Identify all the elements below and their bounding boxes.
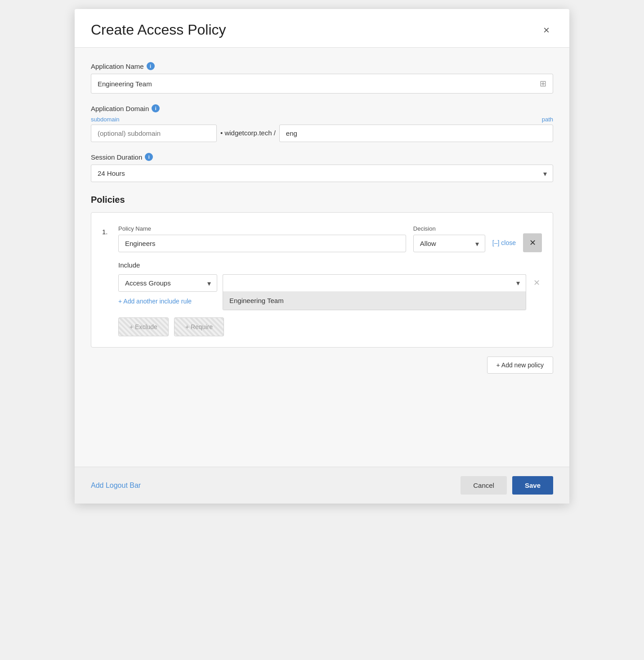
policy-name-input[interactable] xyxy=(118,235,406,252)
rule-type-select-wrapper: Access Groups Emails IP Ranges Everyone … xyxy=(118,274,217,292)
add-policy-button[interactable]: + Add new policy xyxy=(487,357,553,374)
session-duration-select-wrapper: 24 Hours 1 Hour 4 Hours 12 Hours 1 Week … xyxy=(91,165,553,182)
modal-footer: Add Logout Bar Cancel Save xyxy=(75,467,569,504)
path-col: path xyxy=(279,116,553,142)
policy-number: 1. xyxy=(102,223,111,236)
policy-fields: Policy Name Decision Allow Deny Bypass xyxy=(118,223,542,336)
policy-name-group: Policy Name xyxy=(118,225,406,252)
policies-section: Policies 1. Policy Name Decision xyxy=(91,195,553,374)
decision-select-wrapper: Allow Deny Bypass ▾ xyxy=(413,235,485,252)
session-duration-section: Session Duration i 24 Hours 1 Hour 4 Hou… xyxy=(91,153,553,182)
policy-delete-button[interactable]: ✕ xyxy=(523,233,542,252)
modal-body: Application Name i ⊞ Application Domain … xyxy=(75,48,569,467)
app-name-info-icon: i xyxy=(147,62,155,70)
add-include-rule-link[interactable]: + Add another include rule xyxy=(118,298,192,305)
require-button[interactable]: + Require xyxy=(174,317,224,336)
app-domain-label: Application Domain i xyxy=(91,104,553,112)
policy-card: 1. Policy Name Decision xyxy=(91,212,553,348)
subdomain-col: subdomain xyxy=(91,116,217,142)
app-domain-section: Application Domain i subdomain . • widge… xyxy=(91,104,553,142)
session-duration-label: Session Duration i xyxy=(91,153,553,161)
policy-actions: [–] close ✕ xyxy=(492,223,542,252)
domain-separator: . • widgetcorp.tech / xyxy=(217,120,279,142)
decision-sublabel: Decision xyxy=(413,225,485,232)
exclude-button[interactable]: + Exclude xyxy=(118,317,169,336)
rule-value-select[interactable]: Engineering Team xyxy=(223,274,526,291)
add-logout-bar-link[interactable]: Add Logout Bar xyxy=(91,482,141,490)
decision-group: Decision Allow Deny Bypass ▾ xyxy=(413,225,485,252)
modal-close-button[interactable]: × xyxy=(540,23,553,37)
app-name-input[interactable] xyxy=(98,80,540,88)
app-name-label: Application Name i xyxy=(91,62,553,70)
subdomain-label: subdomain xyxy=(91,116,217,123)
policy-row: 1. Policy Name Decision xyxy=(102,223,542,336)
decision-select[interactable]: Allow Deny Bypass xyxy=(413,235,485,252)
policy-name-sublabel: Policy Name xyxy=(118,225,406,232)
dropdown-engineering-team[interactable]: Engineering Team xyxy=(223,291,526,310)
policies-title: Policies xyxy=(91,195,553,205)
rule-value-wrapper: Engineering Team ▾ Engineering Team xyxy=(223,274,526,291)
app-domain-info-icon: i xyxy=(152,104,160,112)
path-label: path xyxy=(279,116,553,123)
subdomain-input[interactable] xyxy=(91,125,217,142)
session-duration-select[interactable]: 24 Hours 1 Hour 4 Hours 12 Hours 1 Week xyxy=(91,165,553,182)
exclude-require-row: + Exclude + Require xyxy=(118,317,542,336)
policy-name-decision-row: Policy Name Decision Allow Deny Bypass xyxy=(118,223,542,252)
create-access-policy-modal: Create Access Policy × Application Name … xyxy=(75,9,569,504)
save-button[interactable]: Save xyxy=(512,476,553,495)
rule-value-dropdown: Engineering Team xyxy=(223,291,526,310)
remove-rule-button[interactable]: ✕ xyxy=(532,274,542,291)
app-name-section: Application Name i ⊞ xyxy=(91,62,553,94)
app-name-copy-icon: ⊞ xyxy=(540,79,546,89)
domain-row: subdomain . • widgetcorp.tech / path xyxy=(91,116,553,142)
path-input[interactable] xyxy=(279,125,553,142)
app-name-input-wrapper: ⊞ xyxy=(91,74,553,94)
session-duration-info-icon: i xyxy=(145,153,153,161)
include-label: Include xyxy=(118,261,542,269)
include-rule-row: Access Groups Emails IP Ranges Everyone … xyxy=(118,274,542,292)
footer-buttons: Cancel Save xyxy=(461,476,553,495)
policy-close-link[interactable]: [–] close xyxy=(492,239,516,246)
modal-header: Create Access Policy × xyxy=(75,9,569,48)
cancel-button[interactable]: Cancel xyxy=(461,476,507,495)
rule-type-select[interactable]: Access Groups Emails IP Ranges Everyone xyxy=(118,274,217,292)
modal-title: Create Access Policy xyxy=(91,22,226,38)
add-policy-row: + Add new policy xyxy=(91,357,553,374)
